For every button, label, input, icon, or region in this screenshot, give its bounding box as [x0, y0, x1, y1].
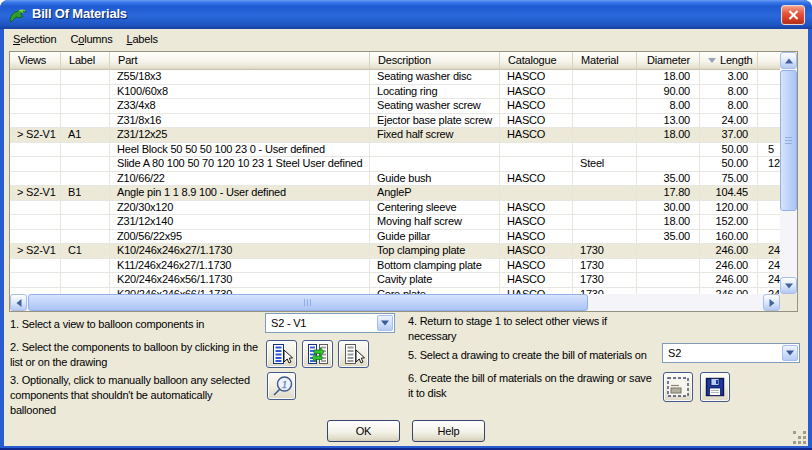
- horizontal-scrollbar[interactable]: [10, 294, 780, 311]
- cell-desc: Guide pillar: [370, 230, 500, 244]
- cell-part: Z55/18x3: [110, 70, 370, 84]
- manual-balloon-button[interactable]: 1: [267, 372, 296, 400]
- table-row[interactable]: Heel Block 50 50 50 100 23 0 - User defi…: [10, 143, 780, 158]
- cell-dia: 17.80: [637, 186, 700, 200]
- swap-selection-button[interactable]: [302, 340, 333, 368]
- cell-views: [10, 201, 61, 215]
- cell-extra: [758, 230, 780, 244]
- swap-lists-icon: [307, 343, 329, 365]
- create-bom-on-drawing-button[interactable]: [663, 372, 693, 402]
- column-header-extra[interactable]: [758, 52, 780, 70]
- cell-desc: AngleP: [370, 186, 500, 200]
- horizontal-scroll-thumb[interactable]: [28, 294, 588, 311]
- cell-views: > S2-V1: [10, 186, 61, 200]
- table-row[interactable]: Z31/12x140Moving half screwHASCO18.00152…: [10, 215, 780, 230]
- cell-cat: [500, 186, 573, 200]
- cell-dia: 18.00: [637, 70, 700, 84]
- window-title: Bill Of Materials: [32, 6, 127, 21]
- step5-label: 5. Select a drawing to create the bill o…: [408, 348, 647, 363]
- table-row[interactable]: Z10/66/22Guide bushHASCO35.0075.00: [10, 172, 780, 187]
- column-header-label[interactable]: Label: [61, 52, 110, 70]
- table-row[interactable]: > S2-V1B1Angle pin 1 1 8.9 100 - User de…: [10, 186, 780, 201]
- table-row[interactable]: Z20/30x120Centering sleeveHASCO30.00120.…: [10, 201, 780, 216]
- cell-extra: [758, 114, 780, 128]
- column-header-views[interactable]: Views: [10, 52, 61, 70]
- cell-mat: [573, 70, 637, 84]
- table-row[interactable]: K11/246x246x27/1.1730Bottom clamping pla…: [10, 259, 780, 274]
- chevron-down-icon[interactable]: [782, 345, 798, 361]
- cell-label: [61, 143, 110, 157]
- cell-len: 246.00: [700, 259, 758, 273]
- cell-extra: [758, 70, 780, 84]
- cell-cat: HASCO: [500, 230, 573, 244]
- vertical-scroll-thumb[interactable]: [780, 70, 797, 211]
- cell-cat: [500, 157, 573, 171]
- drawing-combobox[interactable]: S2: [662, 343, 800, 363]
- cell-label: [61, 273, 110, 287]
- table-row[interactable]: > S2-V1A1Z31/12x25Fixed half screwHASCO1…: [10, 128, 780, 143]
- resize-grip[interactable]: [793, 431, 806, 444]
- cell-part: K20/246x246x56/1.1730: [110, 273, 370, 287]
- cell-cat: HASCO: [500, 172, 573, 186]
- cell-label: [61, 157, 110, 171]
- cell-extra: 5: [758, 143, 780, 157]
- table-row[interactable]: Slide A 80 100 50 70 120 10 23 1 Steel U…: [10, 157, 780, 172]
- chevron-down-icon[interactable]: [377, 315, 393, 331]
- cell-cat: HASCO: [500, 273, 573, 287]
- cell-dia: [637, 259, 700, 273]
- title-bar: Bill Of Materials: [0, 0, 812, 29]
- cell-dia: [637, 157, 700, 171]
- cell-part: K11/246x246x27/1.1730: [110, 259, 370, 273]
- vertical-scrollbar[interactable]: [780, 52, 797, 294]
- table-row[interactable]: > S2-V1C1K10/246x246x27/1.1730Top clampi…: [10, 244, 780, 259]
- cell-extra: [758, 172, 780, 186]
- table-row[interactable]: K100/60x8Locating ringHASCO90.008.00: [10, 85, 780, 100]
- cell-extra: 24: [758, 273, 780, 287]
- table-row[interactable]: Z55/18x3Seating washer discHASCO18.003.0…: [10, 70, 780, 85]
- scroll-down-button[interactable]: [780, 277, 797, 294]
- step6-label: 6. Create the bill of materials on the d…: [408, 371, 663, 401]
- view-combobox[interactable]: S2 - V1: [265, 313, 395, 333]
- menu-labels[interactable]: Labels: [119, 31, 164, 47]
- cell-len: 8.00: [700, 99, 758, 113]
- save-to-disk-button[interactable]: [700, 372, 730, 402]
- column-header-mat[interactable]: Material: [573, 52, 637, 70]
- cell-dia: 18.00: [637, 128, 700, 142]
- column-header-desc[interactable]: Description: [370, 52, 500, 70]
- cell-cat: HASCO: [500, 128, 573, 142]
- cell-mat: [573, 215, 637, 229]
- column-header-dia[interactable]: Diameter: [637, 52, 700, 70]
- table-row[interactable]: Z31/8x16Ejector base plate screwHASCO13.…: [10, 114, 780, 129]
- column-header-len[interactable]: Length: [700, 52, 758, 70]
- select-components-in-list-button[interactable]: [266, 340, 297, 368]
- cell-part: Z31/8x16: [110, 114, 370, 128]
- cell-desc: [370, 143, 500, 157]
- cell-mat: [573, 85, 637, 99]
- help-button[interactable]: Help: [412, 420, 485, 442]
- deselect-components-button[interactable]: [338, 340, 369, 368]
- column-header-part[interactable]: Part: [110, 52, 370, 70]
- arrow-left-icon: [16, 299, 21, 307]
- table-row[interactable]: Z00/56/22x95Guide pillarHASCO35.00160.00: [10, 230, 780, 245]
- cell-extra: 12: [758, 157, 780, 171]
- close-button[interactable]: [781, 5, 805, 25]
- cell-views: [10, 172, 61, 186]
- cell-part: K100/60x8: [110, 85, 370, 99]
- scroll-up-button[interactable]: [780, 52, 797, 69]
- scroll-left-button[interactable]: [10, 294, 27, 311]
- scroll-right-button[interactable]: [763, 294, 780, 311]
- cell-part: Z31/12x140: [110, 215, 370, 229]
- cell-label: A1: [61, 128, 110, 142]
- cell-label: B1: [61, 186, 110, 200]
- scrollbar-corner: [780, 294, 797, 311]
- cell-views: > S2-V1: [10, 244, 61, 258]
- cell-views: [10, 157, 61, 171]
- menu-columns[interactable]: Columns: [63, 31, 119, 47]
- floppy-disk-icon: [704, 376, 726, 398]
- menu-selection[interactable]: Selection: [6, 31, 63, 47]
- cell-views: [10, 143, 61, 157]
- column-header-cat[interactable]: Catalogue: [500, 52, 573, 70]
- table-row[interactable]: K20/246x246x56/1.1730Cavity plateHASCO17…: [10, 273, 780, 288]
- table-row[interactable]: Z33/4x8Seating washer screwHASCO8.008.00: [10, 99, 780, 114]
- ok-button[interactable]: OK: [327, 420, 400, 442]
